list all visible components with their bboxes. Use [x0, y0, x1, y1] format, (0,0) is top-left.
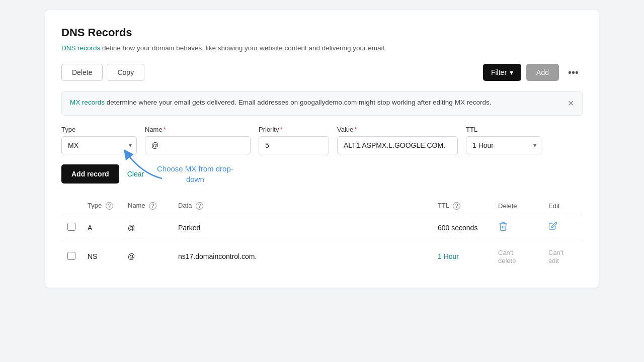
type-group: Type MX A AAAA CNAME NS SRV TXT CAA ▾	[61, 126, 137, 154]
name-group: Name*	[145, 126, 251, 154]
add-button[interactable]: Add	[526, 64, 559, 81]
row1-edit-button[interactable]	[548, 222, 557, 233]
header-edit: Edit	[542, 198, 583, 214]
ttl-select[interactable]: Automatic 1 Hour 2 Hours 4 Hours 12 Hour…	[466, 136, 541, 154]
row1-edit-cell	[542, 214, 583, 241]
header-data: Data ?	[172, 198, 432, 214]
type-help-icon: ?	[106, 202, 113, 210]
toolbar-left: Delete Copy	[61, 64, 144, 81]
table-row: A @ Parked 600 seconds	[61, 214, 583, 241]
toolbar-right: Filter ▾ Add •••	[483, 64, 583, 81]
copy-button[interactable]: Copy	[107, 64, 144, 81]
more-options-button[interactable]: •••	[564, 65, 583, 80]
table-body: A @ Parked 600 seconds	[61, 214, 583, 272]
row2-type: NS	[82, 241, 122, 272]
header-name: Name ?	[122, 198, 172, 214]
type-label: Type	[61, 126, 137, 133]
delete-button[interactable]: Delete	[61, 64, 103, 81]
dns-records-card: DNS Records DNS records define how your …	[45, 10, 599, 288]
notice-text: MX records determine where your email ge…	[70, 99, 491, 106]
row1-checkbox-cell	[61, 214, 82, 241]
ttl-label: TTL	[466, 126, 541, 133]
priority-label: Priority*	[259, 126, 329, 133]
row2-ttl: 1 Hour	[432, 241, 492, 272]
row2-ttl-link[interactable]: 1 Hour	[438, 252, 459, 260]
row2-data: ns17.domaincontrol.com.	[172, 241, 432, 272]
ttl-help-icon: ?	[453, 202, 460, 210]
row2-edit-cell: Can'tedit	[542, 241, 583, 272]
row1-checkbox[interactable]	[67, 223, 75, 231]
row1-delete-button[interactable]	[498, 221, 508, 234]
trash-icon	[498, 221, 508, 231]
row1-ttl: 600 seconds	[432, 214, 492, 241]
data-help-icon: ?	[196, 202, 203, 210]
header-checkbox-col	[61, 198, 82, 214]
header-ttl: TTL ?	[432, 198, 492, 214]
table-header: Type ? Name ? Data ? TTL ? Delete Edit	[61, 198, 583, 214]
notice-close-button[interactable]: ✕	[568, 99, 574, 108]
action-row: Add record Clear	[61, 164, 583, 184]
table-row: NS @ ns17.domaincontrol.com. 1 Hour Can'…	[61, 241, 583, 272]
dns-link[interactable]: DNS records	[61, 44, 100, 52]
clear-button[interactable]: Clear	[127, 170, 144, 178]
header-delete: Delete	[492, 198, 542, 214]
notice-bar: MX records determine where your email ge…	[61, 91, 583, 116]
type-select[interactable]: MX A AAAA CNAME NS SRV TXT CAA	[61, 136, 137, 154]
row2-cant-edit: Can'tedit	[548, 249, 564, 264]
record-form: Type MX A AAAA CNAME NS SRV TXT CAA ▾ Na…	[61, 126, 583, 154]
row2-checkbox[interactable]	[67, 252, 75, 260]
value-group: Value*	[337, 126, 458, 154]
ttl-group: TTL Automatic 1 Hour 2 Hours 4 Hours 12 …	[466, 126, 541, 154]
type-select-wrapper: MX A AAAA CNAME NS SRV TXT CAA ▾	[61, 136, 137, 154]
priority-group: Priority*	[259, 126, 329, 154]
dns-table: Type ? Name ? Data ? TTL ? Delete Edit	[61, 198, 583, 272]
row1-name: @	[122, 214, 172, 241]
add-record-button[interactable]: Add record	[61, 164, 119, 184]
priority-input[interactable]	[259, 136, 329, 154]
mx-records-link[interactable]: MX records	[70, 99, 105, 106]
name-label: Name*	[145, 126, 251, 133]
description: DNS records define how your domain behav…	[61, 44, 583, 52]
page-title: DNS Records	[61, 26, 583, 39]
row2-checkbox-cell	[61, 241, 82, 272]
name-input[interactable]	[145, 136, 251, 154]
ttl-select-wrapper: Automatic 1 Hour 2 Hours 4 Hours 12 Hour…	[466, 136, 541, 154]
chevron-down-icon: ▾	[510, 68, 513, 76]
header-type: Type ?	[82, 198, 122, 214]
edit-icon	[548, 222, 557, 231]
row1-type: A	[82, 214, 122, 241]
name-help-icon: ?	[149, 202, 156, 210]
row1-delete-cell	[492, 214, 542, 241]
row2-delete-cell: Can'tdelete	[492, 241, 542, 272]
row2-cant-delete: Can'tdelete	[498, 249, 516, 264]
filter-button[interactable]: Filter ▾	[483, 64, 521, 81]
row2-name: @	[122, 241, 172, 272]
row1-data: Parked	[172, 214, 432, 241]
value-input[interactable]	[337, 136, 458, 154]
toolbar: Delete Copy Filter ▾ Add •••	[61, 64, 583, 81]
value-label: Value*	[337, 126, 458, 133]
